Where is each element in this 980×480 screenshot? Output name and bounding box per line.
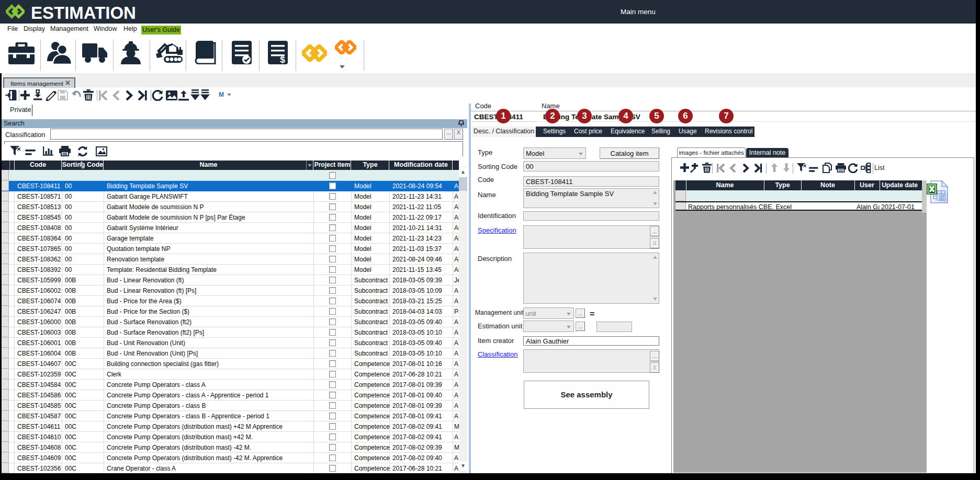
svg-text:$: $ [280, 55, 285, 64]
